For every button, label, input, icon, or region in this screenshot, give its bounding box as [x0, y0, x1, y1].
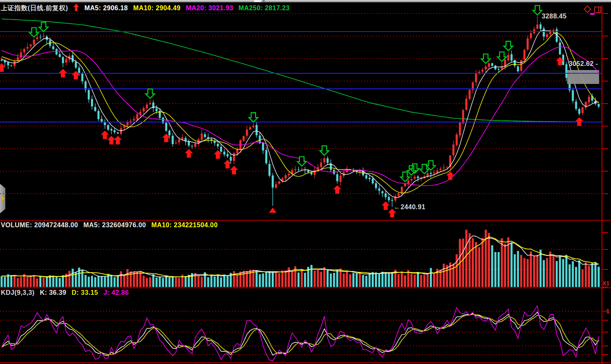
ma250-line: [2, 19, 599, 122]
ma10-value: MA10: 2904.49: [133, 5, 181, 12]
symbol-title: 上证指数(日线.前复权): [1, 4, 68, 13]
volume-ma10-value: MA10: 234221504.00: [151, 222, 218, 229]
window-layout-icon[interactable]: [594, 7, 601, 15]
ma250-value: MA250: 2817.23: [238, 5, 290, 12]
kdj-axis-label: 1: [606, 307, 609, 314]
price-tag-gray-box: [567, 70, 599, 84]
volume-header: VOLUME: 209472448.00 MA5: 232604976.00 M…: [1, 222, 218, 229]
buy-arrow-markers: [0, 57, 584, 217]
right-axis-ticks: [602, 14, 608, 355]
high-price-label: 3288.45: [542, 13, 567, 20]
stock-chart-app: 上证指数(日线.前复权) MA5: 2906.18 MA10: 2904.49 …: [0, 0, 611, 364]
kdj-j-line: [2, 306, 599, 361]
ma5-value: MA5: 2906.18: [84, 5, 128, 12]
volume-axis-scale-label: X1: [602, 280, 609, 287]
kdj-d-line: [2, 314, 599, 355]
buy-triangle-marker: [269, 208, 277, 213]
kdj-header: KDJ(9,3,3) K: 36.39 D: 33.15 J: 42.86: [1, 289, 129, 296]
down-candle-bodies: [2, 25, 599, 201]
level-price-label: 3052.62 -: [569, 60, 598, 68]
price-chart-canvas: [0, 0, 611, 364]
kdj-j-value: J: 42.86: [103, 289, 129, 296]
kdj-k-line: [2, 312, 599, 356]
low-price-label: ←2440.91: [394, 203, 425, 211]
up-candle-bodies: [15, 25, 589, 201]
main-chart-header: 上证指数(日线.前复权) MA5: 2906.18 MA10: 2904.49 …: [1, 4, 290, 13]
ma20-value: MA20: 3021.93: [186, 5, 234, 12]
kdj-grid-dotted: [0, 311, 601, 355]
volume-ma5-value: MA5: 232604976.00: [84, 222, 146, 229]
magenta-dash-icon: [590, 13, 595, 15]
main-grid-dotted: [0, 14, 601, 194]
blue-level-lines: [0, 32, 602, 122]
volume-value: VOLUME: 209472448.00: [1, 222, 78, 229]
kdj-k-value: K: 36.39: [40, 289, 66, 296]
kdj-d-value: D: 33.15: [72, 289, 98, 296]
kdj-title: KDJ(9,3,3): [1, 289, 34, 296]
up-arrow-icon: [73, 4, 79, 13]
